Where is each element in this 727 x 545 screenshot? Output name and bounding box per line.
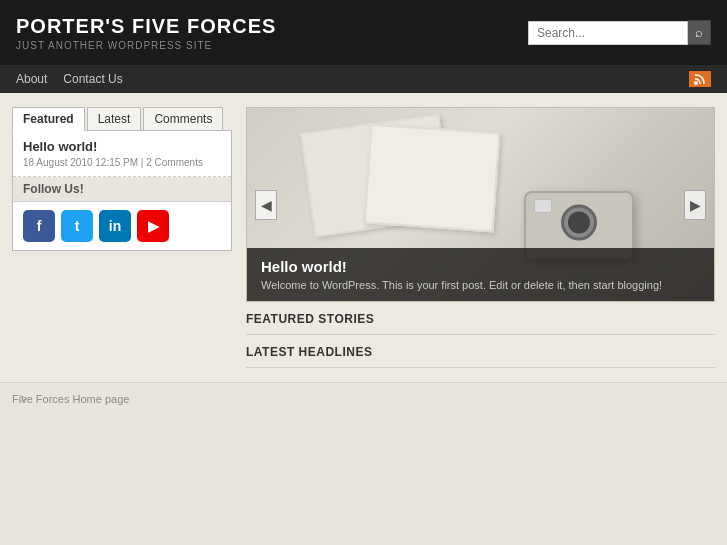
sidebar: Featured Latest Comments Hello world! 18… — [12, 107, 232, 368]
main-area: ◀ ▶ Hello world! Welcome to WordPress. T… — [246, 107, 715, 368]
featured-caption-title[interactable]: Hello world! — [261, 258, 700, 275]
prev-arrow[interactable]: ◀ — [255, 190, 277, 220]
nav-links: About Contact Us — [16, 72, 123, 86]
tabs-bar: Featured Latest Comments — [12, 107, 232, 131]
follow-us-label: Follow Us! — [13, 177, 231, 202]
content-wrapper: Featured Latest Comments Hello world! 18… — [0, 93, 727, 382]
next-arrow[interactable]: ▶ — [684, 190, 706, 220]
site-header: PORTER'S FIVE FORCES JUST ANOTHER WORDPR… — [0, 0, 727, 65]
post-title[interactable]: Hello world! — [23, 139, 221, 154]
search-input[interactable] — [528, 21, 688, 45]
site-subtitle: JUST ANOTHER WORDPRESS SITE — [16, 40, 276, 51]
featured-stories-heading[interactable]: FEATURED STORIES — [246, 302, 715, 335]
rss-icon — [694, 73, 706, 85]
site-title: PORTER'S FIVE FORCES — [16, 15, 276, 38]
sidebar-content: Hello world! 18 August 2010 12:15 PM | 2… — [12, 131, 232, 251]
search-form: ⌕ — [528, 20, 711, 45]
social-icons: f t in ▶ — [23, 210, 221, 242]
search-button[interactable]: ⌕ — [688, 20, 711, 45]
linkedin-icon[interactable]: in — [99, 210, 131, 242]
post-meta: 18 August 2010 12:15 PM | 2 Comments — [23, 157, 221, 168]
nav-link-contact[interactable]: Contact Us — [63, 72, 122, 86]
footer-arrow: > — [12, 392, 35, 406]
featured-image-box: ◀ ▶ Hello world! Welcome to WordPress. T… — [246, 107, 715, 302]
camera-lens-inner — [568, 211, 590, 233]
latest-headlines-heading[interactable]: LATEST HEADLINES — [246, 335, 715, 368]
facebook-icon[interactable]: f — [23, 210, 55, 242]
list-item: Hello world! 18 August 2010 12:15 PM | 2… — [13, 131, 231, 177]
rss-icon-wrap[interactable] — [689, 71, 711, 87]
featured-caption: Hello world! Welcome to WordPress. This … — [247, 248, 714, 301]
nav-bar: About Contact Us — [0, 65, 727, 93]
footer-bar: > Five Forces Home page — [0, 382, 727, 414]
twitter-icon[interactable]: t — [61, 210, 93, 242]
featured-caption-text: Welcome to WordPress. This is your first… — [261, 279, 700, 291]
youtube-icon[interactable]: ▶ — [137, 210, 169, 242]
tab-featured[interactable]: Featured — [12, 107, 85, 131]
svg-point-0 — [694, 81, 698, 85]
footer-bar-inner: > Five Forces Home page — [12, 393, 715, 405]
tab-latest[interactable]: Latest — [87, 107, 142, 130]
camera-flash — [534, 199, 552, 213]
nav-link-about[interactable]: About — [16, 72, 47, 86]
site-title-block: PORTER'S FIVE FORCES JUST ANOTHER WORDPR… — [16, 15, 276, 51]
follow-us-block: Follow Us! f t in ▶ — [13, 177, 231, 250]
photo-card-2 — [364, 124, 501, 233]
sections-below: FEATURED STORIES LATEST HEADLINES — [246, 302, 715, 368]
camera-lens — [561, 204, 597, 240]
tab-comments[interactable]: Comments — [143, 107, 223, 130]
